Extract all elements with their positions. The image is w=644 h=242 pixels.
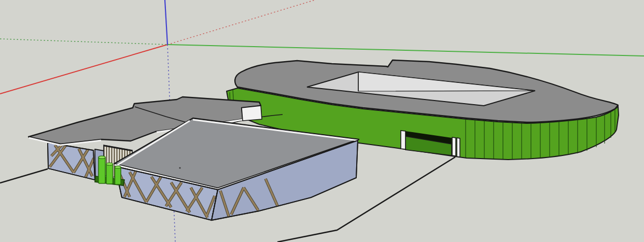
roof-speck (179, 167, 180, 168)
slab-end-white-face (242, 106, 262, 121)
cylinder-1 (99, 156, 105, 183)
entrance-post-right-1 (452, 137, 456, 156)
entrance-post-left (401, 131, 405, 149)
entrance-post-right-2 (457, 138, 460, 157)
modeling-viewport[interactable] (0, 0, 644, 242)
viewport-canvas[interactable] (0, 0, 644, 242)
cylinder-2 (106, 163, 113, 184)
cylinder-3 (115, 166, 121, 184)
